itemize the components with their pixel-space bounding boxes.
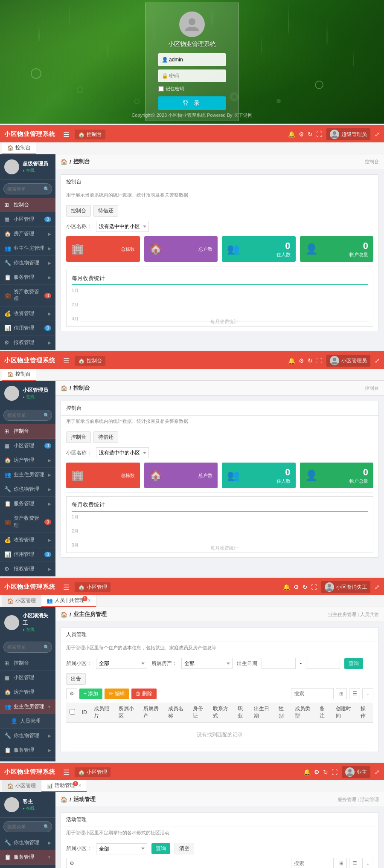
delete-btn-3[interactable]: 🗑 删除 xyxy=(131,689,157,699)
share-icon-2[interactable]: ⤢ xyxy=(375,357,380,364)
community-select-4[interactable]: 全部 xyxy=(96,843,147,854)
tab-people-3[interactable]: 👥 人员 | 共管理 ✕ 2 xyxy=(41,595,96,607)
sidebar-item-2-asset[interactable]: 💼 资产收费管理 0 xyxy=(0,511,55,533)
username-input[interactable] xyxy=(158,53,226,66)
sidebar-item-3-community[interactable]: ▦ 小区管理 xyxy=(0,671,55,685)
sidebar-item-2-property[interactable]: 🏠 房产管理 ▶ xyxy=(0,453,55,468)
birth-start-3[interactable] xyxy=(262,658,296,669)
tab-btn-pending-2[interactable]: 待借还 xyxy=(93,431,118,443)
header-user-3[interactable]: 小区渐消失工 xyxy=(321,581,370,593)
birth-end-3[interactable] xyxy=(306,658,340,669)
share-icon-3[interactable]: ⤢ xyxy=(375,584,380,590)
tab-activity-4[interactable]: 📊 活动管理 ✕ 2 xyxy=(41,780,87,792)
sidebar-item-credit-1[interactable]: 📊 信用管理 0 xyxy=(0,321,55,336)
sidebar-item-2-owner[interactable]: 👥 业主住房管理 ▶ xyxy=(0,468,55,482)
table-search-3[interactable] xyxy=(291,688,334,699)
remember-checkbox[interactable] xyxy=(158,86,164,92)
sidebar-item-community-1[interactable]: ▦ 小区管理 0 xyxy=(0,212,55,227)
login-button[interactable]: 登 录 xyxy=(158,96,226,110)
tab-btn-dashboard-2[interactable]: 控制台 xyxy=(66,431,91,443)
sidebar-item-3-dashboard[interactable]: ⊞ 控制台 xyxy=(0,656,55,671)
gear-btn-4[interactable]: ⚙ xyxy=(66,858,77,868)
refresh-icon-4[interactable]: ↻ xyxy=(323,769,328,775)
table-view-btn-4b[interactable]: ☰ xyxy=(349,858,360,868)
sidebar-item-2-facility[interactable]: 🔧 你也物管理 ▶ xyxy=(0,482,55,497)
sidebar-item-3-people[interactable]: 👤 人员管理 xyxy=(0,714,55,729)
fullscreen-icon-2[interactable]: ⛶ xyxy=(316,357,322,364)
sidebar-item-asset-1[interactable]: 💼 资产收费管理 0 xyxy=(0,285,55,307)
table-view-btn-3a[interactable]: ⊞ xyxy=(336,688,347,699)
sidebar-item-2-perm[interactable]: ⚙ 报权管理 ▶ xyxy=(0,562,55,576)
cog-icon-1[interactable]: ⚙ xyxy=(299,131,304,138)
sidebar-item-service-1[interactable]: 📋 服务管理 ▶ xyxy=(0,270,55,285)
sidebar-item-3-facility[interactable]: 🔧 你也物管理 ▶ xyxy=(0,729,55,743)
sidebar-item-facility-1[interactable]: 🔧 你也物管理 ▶ xyxy=(0,256,55,270)
fullscreen-icon-4[interactable]: ⛶ xyxy=(332,769,337,775)
community-select-3[interactable]: 全部 xyxy=(96,658,147,669)
content-action-btn-2[interactable]: 控制台 xyxy=(365,385,379,391)
reset-btn-4[interactable]: 清空 xyxy=(175,843,194,854)
refresh-icon-3[interactable]: ↻ xyxy=(303,584,308,590)
sidebar-item-finance-1[interactable]: 💰 收资管理 ▶ xyxy=(0,307,55,321)
table-search-4[interactable] xyxy=(291,858,334,868)
sidebar-item-owner-1[interactable]: 👥 业主住房管理 ▶ xyxy=(0,241,55,256)
cog-icon-3[interactable]: ⚙ xyxy=(294,584,299,590)
menu-toggle-icon-4[interactable]: ☰ xyxy=(63,768,69,776)
tab-community-4[interactable]: 🏠 小区管理 xyxy=(2,780,41,792)
refresh-icon-1[interactable]: ↻ xyxy=(308,131,313,138)
header-user-2[interactable]: 小区管理员 xyxy=(326,355,370,367)
gear-btn-3[interactable]: ⚙ xyxy=(66,688,77,699)
menu-toggle-icon-2[interactable]: ☰ xyxy=(63,357,69,365)
tab-btn-dashboard-1[interactable]: 控制台 xyxy=(66,205,91,217)
cog-icon-4[interactable]: ⚙ xyxy=(314,769,320,775)
property-select-3[interactable]: 全部 xyxy=(181,658,233,669)
tab-dashboard-1[interactable]: 🏠 控制台 xyxy=(2,142,36,154)
sidebar-item-4-facility[interactable]: 🔧 你也物管理 ▶ xyxy=(0,836,55,850)
cog-icon-2[interactable]: ⚙ xyxy=(299,357,304,364)
sidebar-item-2-credit[interactable]: 📊 信用管理 0 xyxy=(0,547,55,562)
menu-toggle-icon-3[interactable]: ☰ xyxy=(63,583,69,591)
refresh-icon-2[interactable]: ↻ xyxy=(308,357,313,364)
sidebar-item-3-service[interactable]: 📋 服务管理 ▶ xyxy=(0,743,55,758)
community-select-1[interactable]: 没有选中中的小区 xyxy=(96,221,149,232)
fullscreen-icon-1[interactable]: ⛶ xyxy=(316,131,322,138)
share-icon-1[interactable]: ⤢ xyxy=(375,131,380,138)
search-btn-4[interactable]: 查询 xyxy=(151,843,170,854)
content-action-btn-1[interactable]: 控制台 xyxy=(365,159,379,165)
sidebar-item-3-owner[interactable]: 👥 业主住房管理 ▼ xyxy=(0,700,55,714)
bell-icon-2[interactable]: 🔔 xyxy=(288,357,295,364)
bell-icon-1[interactable]: 🔔 xyxy=(288,131,295,138)
menu-toggle-icon-1[interactable]: ☰ xyxy=(63,130,69,139)
sidebar-item-perm-1[interactable]: ⚙ 报权管理 ▶ xyxy=(0,336,55,350)
search-btn-3[interactable]: 查询 xyxy=(344,658,363,669)
sidebar-item-2-dashboard[interactable]: ⊞ 控制台 xyxy=(0,424,55,439)
sidebar-item-3-property[interactable]: 🏠 房产管理 xyxy=(0,685,55,700)
fullscreen-icon-3[interactable]: ⛶ xyxy=(311,584,317,590)
header-user-4[interactable]: 业主 xyxy=(342,766,370,778)
sidebar-item-dashboard-1[interactable]: ⊞ 控制台 xyxy=(0,198,55,212)
table-export-btn-4[interactable]: ↓ xyxy=(362,858,373,868)
sidebar-item-4-service[interactable]: 📋 服务管理 ▼ xyxy=(0,850,55,865)
edit-btn-3[interactable]: ✏ 编辑 xyxy=(105,689,129,699)
community-select-2[interactable]: 没有选中中的小区 xyxy=(96,447,149,458)
sidebar-item-2-service[interactable]: 📋 服务管理 ▶ xyxy=(0,497,55,511)
tab-close-3[interactable]: ✕ xyxy=(87,598,91,603)
sidebar-item-4-report[interactable]: 📰 报告管理 xyxy=(0,865,55,868)
tab-community-3[interactable]: 🏠 小区管理 xyxy=(2,595,41,607)
table-view-btn-4a[interactable]: ⊞ xyxy=(336,858,347,868)
reset-btn-3[interactable]: 出告 xyxy=(66,673,86,685)
bell-icon-3[interactable]: 🔔 xyxy=(283,584,290,590)
table-export-btn-3[interactable]: ↓ xyxy=(362,688,373,699)
sidebar-item-property-1[interactable]: 🏠 房产管理 ▶ xyxy=(0,227,55,241)
table-view-btn-3b[interactable]: ☰ xyxy=(349,688,360,699)
tab-dashboard-2[interactable]: 🏠 控制台 xyxy=(2,369,36,381)
tab-btn-pending-1[interactable]: 待借还 xyxy=(93,205,118,217)
tab-close-4[interactable]: ✕ xyxy=(78,783,81,788)
add-btn-3[interactable]: + 添加 xyxy=(79,689,102,699)
header-user-1[interactable]: 超级管理员 xyxy=(326,128,370,140)
sidebar-item-2-community[interactable]: ▦ 小区管理 0 xyxy=(0,439,55,453)
bell-icon-4[interactable]: 🔔 xyxy=(303,769,311,775)
password-input[interactable] xyxy=(158,69,226,82)
select-all-3[interactable] xyxy=(70,709,75,715)
share-icon-4[interactable]: ⤢ xyxy=(375,769,380,775)
